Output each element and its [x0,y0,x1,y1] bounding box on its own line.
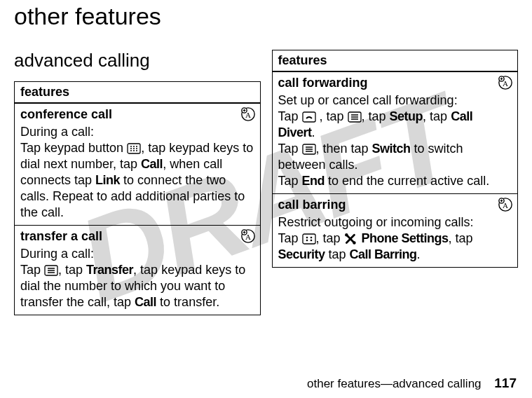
feature-title: conference call [20,107,254,123]
svg-point-11 [136,148,137,149]
svg-point-48 [345,233,348,236]
body-text: , tap [449,231,473,245]
body-text: Set up or cancel call forwarding: [278,93,458,107]
page-title: other features [14,3,518,30]
table-header: features [272,50,518,72]
svg-point-6 [130,146,132,147]
footer-text: other features—advanced calling [307,377,482,390]
body-text: . [417,247,421,261]
bold-label: Call Barring [350,247,417,261]
svg-point-45 [310,237,312,239]
table-header: features [15,82,261,104]
feature-cell-call-forwarding: A call forwarding Set up or cancel call … [272,71,518,194]
svg-point-10 [133,148,135,149]
body-text: Tap [278,231,302,245]
feature-title: transfer a call [20,228,254,245]
svg-point-44 [306,237,308,239]
body-text: , then tap [316,142,372,156]
body-text: Tap keypad button [20,141,127,155]
section-heading: advanced calling [14,50,261,71]
feature-title: call barring [278,197,512,213]
feature-cell-transfer-call: A transfer a call During a call: Tap , t… [15,226,261,315]
bold-label: Phone Settings [362,231,449,245]
bold-label: Call [135,295,156,309]
feature-badge-icon: A [498,75,513,90]
page-content: other features advanced calling features… [0,0,532,315]
feature-cell-conference-call: A conference call During a call: Tap key… [15,103,261,226]
keypad-icon [127,142,141,153]
feature-badge-icon: A [498,197,513,212]
page-number: 117 [494,376,517,390]
left-column: advanced calling features A conference c… [14,50,261,315]
page-footer: other features—advanced calling 117 [307,376,517,391]
features-table-right: features A call forwarding Set up or can… [272,50,519,268]
body-text: Tap [278,142,302,156]
svg-text:A: A [245,111,251,119]
bold-label: Security [278,247,325,261]
feature-cell-call-barring: A call barring Restrict outgoing or inco… [272,194,518,268]
body-text: , tap [316,231,344,245]
svg-point-7 [133,146,135,147]
svg-point-8 [136,146,137,147]
bold-label: Link [95,173,120,187]
tools-icon [344,233,358,244]
body-text: , tap [423,109,451,123]
bold-label: Call [141,157,163,171]
menu-icon [44,264,58,275]
phone-icon [302,111,316,122]
body-text: , tap [58,263,86,277]
svg-point-14 [136,150,137,151]
svg-point-49 [353,241,355,244]
svg-text:A: A [503,201,508,210]
right-column: features A call forwarding Set up or can… [272,50,519,315]
svg-point-9 [130,148,132,149]
svg-point-47 [310,240,312,242]
body-text: , tap [362,109,390,123]
body-text: to end the current active call. [325,174,489,188]
body-text: , tap [316,109,348,123]
body-text: During a call: [20,125,94,139]
body-text: During a call: [20,247,94,261]
svg-rect-43 [303,234,315,244]
bold-label: End [302,174,325,188]
bold-label: Switch [372,142,411,156]
svg-point-46 [306,240,308,242]
body-text: tap [325,247,350,261]
svg-point-13 [133,150,135,151]
body-text: Tap [278,109,302,123]
svg-point-12 [130,150,132,151]
body-text: . [312,125,315,139]
apps-icon [302,233,316,244]
features-table-left: features A conference call During a call… [14,81,261,315]
bold-label: Setup [390,109,423,123]
menu-icon [302,143,316,154]
body-text: Tap [278,174,302,188]
menu-icon [348,111,362,122]
feature-badge-icon: A [240,107,256,122]
body-text: to transfer. [156,295,219,309]
body-text: Restrict outgoing or incoming calls: [278,215,474,229]
body-text: Tap [20,263,44,277]
feature-title: call forwarding [278,75,512,91]
bold-label: Transfer [86,263,133,277]
svg-text:A: A [503,79,508,88]
svg-text:A: A [245,233,251,241]
feature-badge-icon: A [240,228,256,244]
two-column-layout: advanced calling features A conference c… [14,50,518,315]
